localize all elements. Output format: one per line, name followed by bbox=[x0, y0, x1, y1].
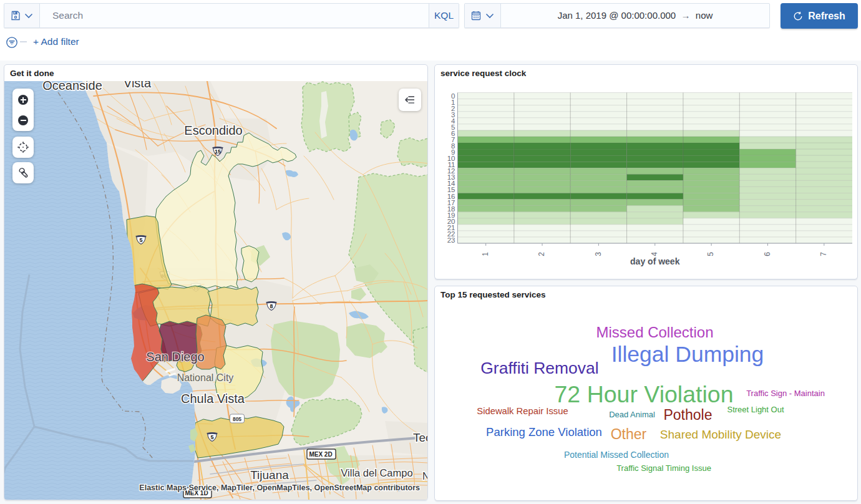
svg-text:15: 15 bbox=[215, 148, 221, 155]
svg-text:5: 5 bbox=[706, 252, 715, 256]
svg-text:8: 8 bbox=[270, 303, 273, 309]
svg-text:Escondido: Escondido bbox=[184, 124, 242, 137]
svg-text:MEX 2D: MEX 2D bbox=[309, 451, 332, 458]
svg-text:Villa del Campo: Villa del Campo bbox=[341, 467, 412, 478]
svg-text:1: 1 bbox=[481, 252, 490, 256]
svg-text:Vista: Vista bbox=[124, 81, 152, 90]
svg-text:San Diego: San Diego bbox=[146, 350, 204, 364]
svg-text:3: 3 bbox=[594, 252, 603, 256]
svg-text:National City: National City bbox=[177, 372, 234, 383]
svg-text:Oceanside: Oceanside bbox=[42, 81, 102, 92]
svg-text:Tijuana: Tijuana bbox=[250, 468, 289, 482]
svg-text:N: N bbox=[422, 471, 427, 482]
svg-text:day of week: day of week bbox=[630, 256, 680, 266]
svg-text:7: 7 bbox=[819, 252, 828, 256]
svg-text:Chula Vista: Chula Vista bbox=[181, 392, 245, 405]
svg-text:805: 805 bbox=[233, 416, 241, 422]
svg-text:Elastic Maps Service, MapTiler: Elastic Maps Service, MapTiler, OpenMapT… bbox=[139, 483, 420, 492]
svg-text:5: 5 bbox=[210, 434, 213, 440]
svg-text:Teca: Teca bbox=[413, 431, 427, 444]
svg-text:6: 6 bbox=[763, 252, 772, 256]
svg-text:2: 2 bbox=[537, 252, 546, 256]
svg-text:5: 5 bbox=[139, 237, 142, 243]
svg-text:23: 23 bbox=[447, 236, 455, 244]
